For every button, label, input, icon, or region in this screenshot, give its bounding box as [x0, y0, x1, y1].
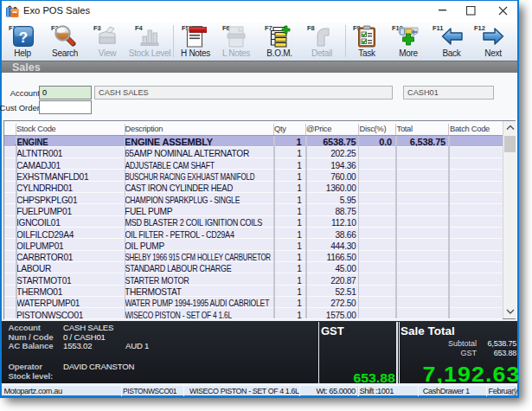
svg-text:?: ?	[18, 29, 27, 46]
